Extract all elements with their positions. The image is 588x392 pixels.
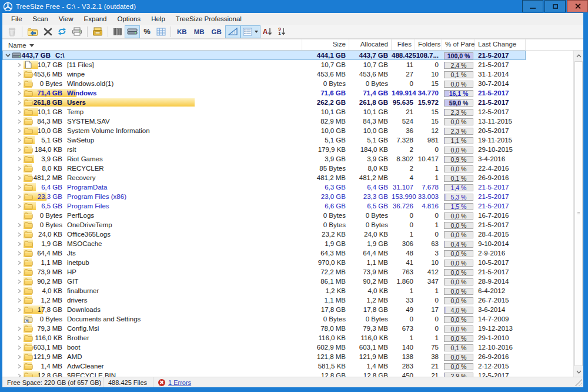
- details-view-button[interactable]: [240, 25, 260, 38]
- grid-units-button[interactable]: [154, 25, 168, 38]
- resize-grip[interactable]: [575, 379, 582, 386]
- column-header-allocated[interactable]: Allocated: [349, 39, 392, 50]
- tree-row-hp[interactable]: 73,9 MBHP72,2 MB73,9 MB7634120,0 %21-5-2…: [2, 267, 526, 277]
- tree-row-temp[interactable]: 10,1 GBTemp10,1 GB10,1 GB21152,3 %12-5-2…: [2, 107, 526, 117]
- chevron-right-icon[interactable]: [16, 157, 22, 162]
- unit-kb-button[interactable]: KB: [173, 25, 191, 38]
- chevron-right-icon[interactable]: [16, 345, 22, 350]
- drive-toggle-button[interactable]: [125, 25, 140, 38]
- tree-row-system-volume-information[interactable]: 10,0 GBSystem Volume Information10,0 GB1…: [2, 126, 526, 135]
- menu-item-view[interactable]: View: [54, 14, 79, 24]
- chevron-right-icon[interactable]: [16, 270, 22, 275]
- tree-row-programdata[interactable]: 6,4 GBProgramData6,3 GB6,4 GB31.1077.678…: [2, 182, 526, 192]
- column-header-size[interactable]: Size: [302, 39, 349, 50]
- chevron-right-icon[interactable]: [16, 204, 22, 209]
- scroll-down-icon[interactable]: [574, 367, 583, 377]
- tree-row--recycle-bin[interactable]: 12,8 GB$RECYCLE.BIN12,8 GB12,8 GB450212,…: [2, 371, 526, 377]
- tree-row-office365logs[interactable]: 24,0 KBOffice365Logs23,2 KB24,0 KB100,0 …: [2, 230, 526, 239]
- title-bar[interactable]: TreeSize Free - C:\ - V3.2.1 (outdated): [0, 0, 588, 13]
- tree-row-system-sav[interactable]: 84,3 MBSYSTEM.SAV82,9 MB84,3 MB524150,0 …: [2, 117, 526, 126]
- tree-row-msocache[interactable]: 1,9 GBMSOCache1,9 GB1,9 GB306630,4 %9-10…: [2, 239, 526, 248]
- tree-row-inetpub[interactable]: 1,1 MBinetpub970,0 KB1,1 MB41100,0 %10-5…: [2, 258, 526, 267]
- chevron-right-icon[interactable]: [16, 354, 22, 360]
- open-folder-button[interactable]: [25, 25, 41, 38]
- tree-row-windows-old-1-[interactable]: 0 BytesWindows.old(1)0 Bytes0 Bytes0150,…: [2, 79, 526, 88]
- tree-row-boot[interactable]: 603,1 MBboot602,9 MB603,1 MB140750,1 %12…: [2, 343, 526, 352]
- chevron-right-icon[interactable]: [16, 194, 22, 200]
- menu-item-help[interactable]: Help: [146, 14, 171, 24]
- scrollbar-thumb[interactable]: [574, 61, 583, 366]
- column-header-files[interactable]: Files: [392, 39, 415, 50]
- export-save-button[interactable]: [90, 25, 105, 38]
- tree-row-users[interactable]: 261,8 GBUsers262,2 GB261,8 GB95.63515.97…: [2, 98, 526, 107]
- tree-row-winpe[interactable]: 453,6 MBwinpe453,6 MB453,6 MB27100,1 %31…: [2, 69, 526, 79]
- chevron-right-icon[interactable]: [16, 91, 22, 96]
- tree-row-amd[interactable]: 121,9 MBAMD121,8 MB121,9 MB138380,0 %26-…: [2, 352, 526, 361]
- delete-x-button[interactable]: [41, 25, 55, 38]
- column-header-percent-of-parent[interactable]: % of Paren...: [442, 39, 475, 50]
- chevron-right-icon[interactable]: [16, 232, 22, 237]
- chevron-down-icon[interactable]: [255, 31, 258, 33]
- tree-row-program-files-x86-[interactable]: 23,3 GBProgram Files (x86)23,0 GB23,3 GB…: [2, 192, 526, 201]
- chevron-right-icon[interactable]: [16, 128, 22, 134]
- chevron-right-icon[interactable]: [16, 166, 22, 171]
- chevron-right-icon[interactable]: [16, 279, 22, 284]
- menu-item-expand[interactable]: Expand: [78, 14, 112, 24]
- tree-row-recycler[interactable]: 8,0 KBRECYCLER85 Bytes8,0 KB210,0 %22-4-…: [2, 164, 526, 173]
- chevron-right-icon[interactable]: [16, 100, 22, 105]
- menu-item-options[interactable]: Options: [112, 14, 146, 24]
- tree-row-adwcleaner[interactable]: 1,4 MBAdwCleaner581,5 KB1,4 MB283210,0 %…: [2, 361, 526, 371]
- chevron-right-icon[interactable]: [16, 222, 22, 228]
- scan-trash-button[interactable]: [5, 25, 19, 38]
- tree-row-drivers[interactable]: 1,2 MBdrivers1,1 MB1,2 MB3300,0 %26-7-20…: [2, 295, 526, 305]
- chevron-right-icon[interactable]: [16, 307, 22, 313]
- chevron-right-icon[interactable]: [16, 326, 22, 331]
- sort-numeric-button[interactable]: 91: [275, 25, 289, 38]
- menu-item-treesize-professional[interactable]: TreeSize Professional: [171, 14, 247, 24]
- print-button[interactable]: [69, 25, 85, 38]
- tree-row-recovery[interactable]: 481,2 MBRecovery481,2 MB481,2 MB410,1 %2…: [2, 173, 526, 182]
- unit-gb-button[interactable]: GB: [208, 25, 225, 38]
- tree-row-finalburner[interactable]: 4,0 KBfinalburner1,2 KB4,0 KB110,0 %6-4-…: [2, 286, 526, 295]
- chevron-right-icon[interactable]: [16, 364, 22, 369]
- chevron-right-icon[interactable]: [16, 260, 22, 265]
- chevron-right-icon[interactable]: [16, 72, 22, 77]
- chevron-right-icon[interactable]: [16, 298, 22, 303]
- chevron-right-icon[interactable]: [16, 138, 22, 143]
- chevron-right-icon[interactable]: [16, 241, 22, 247]
- tree-row-brother[interactable]: 116,0 KBBrother116,0 KB116,0 KB110,0 %29…: [2, 333, 526, 343]
- tree-row-c-[interactable]: 443,7 GBC:\444,1 GB443,7 GB488.425108.7.…: [2, 51, 526, 60]
- tree-row-program-files[interactable]: 6,5 GBProgram Files6,6 GB6,5 GB36.7264.8…: [2, 201, 526, 211]
- sort-alpha-button[interactable]: A: [260, 25, 275, 38]
- tree-row-riot-games[interactable]: 3,9 GBRiot Games3,9 GB3,9 GB8.30210.4170…: [2, 154, 526, 164]
- chevron-right-icon[interactable]: [16, 175, 22, 181]
- unit-mb-button[interactable]: MB: [191, 25, 208, 38]
- tree-row-perflogs[interactable]: 0 BytesPerfLogs0 Bytes0 Bytes000,0 %16-7…: [2, 211, 526, 220]
- tree-row-downloads[interactable]: 17,8 GBDownloads17,8 GB17,8 GB49174,0 %3…: [2, 305, 526, 314]
- column-header-last-change[interactable]: Last Change: [475, 39, 526, 50]
- chevron-right-icon[interactable]: [16, 119, 22, 124]
- refresh-button[interactable]: [55, 25, 69, 38]
- tree-row-git[interactable]: 90,2 MBGIT86,1 MB90,2 MB1.8603470,0 %28-…: [2, 277, 526, 286]
- tree-row-swsetup[interactable]: 5,1 GBSwSetup5,1 GB5,1 GB7.3289811,1 %19…: [2, 135, 526, 145]
- tree-row-rsit[interactable]: 184,0 KBrsit179,9 KB184,0 KB200,0 %29-10…: [2, 145, 526, 154]
- minimize-button[interactable]: [522, 0, 543, 12]
- errors-link[interactable]: 1 Errors: [168, 379, 191, 386]
- chevron-right-icon[interactable]: [16, 373, 22, 377]
- tree-row-documents-and-settings[interactable]: 0 BytesDocuments and Settings0 Bytes0 By…: [2, 314, 526, 324]
- chevron-right-icon[interactable]: [16, 288, 22, 294]
- chevron-right-icon[interactable]: [16, 81, 22, 87]
- menu-item-file[interactable]: File: [6, 14, 28, 24]
- column-header-name[interactable]: Name: [2, 39, 302, 50]
- close-button[interactable]: [567, 0, 588, 12]
- tree-row-config-msi[interactable]: 79,3 MBConfig.Msi78,0 MB79,3 MB67300,0 %…: [2, 324, 526, 333]
- chevron-right-icon[interactable]: [16, 251, 22, 256]
- tree-row-onedrivetemp[interactable]: 0 BytesOneDriveTemp0 Bytes0 Bytes010,0 %…: [2, 220, 526, 230]
- chevron-right-icon[interactable]: [16, 185, 22, 190]
- vertical-scrollbar[interactable]: [573, 51, 583, 377]
- menu-item-scan[interactable]: Scan: [28, 14, 54, 24]
- chevron-down-icon[interactable]: [5, 53, 11, 58]
- bar-chart-button[interactable]: [111, 25, 125, 38]
- tree-row-windows[interactable]: 71,4 GBWindows71,6 GB71,4 GB149.91434.77…: [2, 88, 526, 98]
- tree-row-jts[interactable]: 64,4 MBJts64,3 MB64,4 MB4830,0 %2-9-2016: [2, 248, 526, 258]
